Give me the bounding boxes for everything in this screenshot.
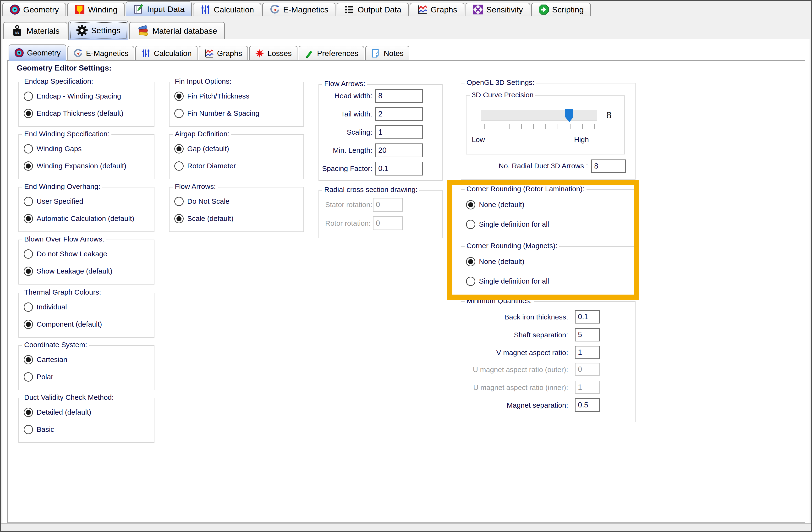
tab-materials[interactable]: Materials bbox=[3, 22, 67, 39]
min-length-input[interactable] bbox=[375, 143, 423, 157]
rotor-rotation-input[interactable] bbox=[373, 216, 403, 230]
radio-option[interactable]: Fin Pitch/Thickness bbox=[174, 91, 249, 101]
tab-winding[interactable]: Winding bbox=[67, 3, 125, 16]
field-v-magnet-aspect-ratio: V magnet aspect ratio: bbox=[461, 346, 635, 360]
radio-circle[interactable] bbox=[24, 144, 33, 154]
radio-circle[interactable] bbox=[174, 214, 184, 223]
radio-option[interactable]: Scale (default) bbox=[174, 213, 233, 224]
radio-option[interactable]: Individual bbox=[24, 302, 67, 312]
tab-settings-graphs[interactable]: Graphs bbox=[199, 46, 248, 60]
field-tail-width: Tail width: bbox=[319, 107, 442, 121]
radio-circle[interactable] bbox=[24, 425, 33, 434]
tab-label: Geometry bbox=[27, 48, 60, 57]
tail-width-input[interactable] bbox=[375, 107, 423, 121]
radio-circle[interactable] bbox=[174, 109, 184, 118]
radio-circle[interactable] bbox=[24, 408, 33, 417]
group-corner-rounding-magnets: Corner Rounding (Magnets): None (default… bbox=[461, 246, 634, 295]
tab-label: Losses bbox=[267, 49, 292, 58]
radio-option[interactable]: Winding Expansion (default) bbox=[24, 161, 126, 171]
radio-circle[interactable] bbox=[466, 277, 475, 286]
tab-geometry[interactable]: Geometry bbox=[2, 3, 66, 16]
tab-scripting[interactable]: Scripting bbox=[531, 3, 591, 16]
radio-circle[interactable] bbox=[24, 302, 33, 312]
radio-option[interactable]: Winding Gaps bbox=[24, 143, 82, 154]
radio-circle[interactable] bbox=[174, 161, 184, 171]
radio-option[interactable]: Show Leakage (default) bbox=[24, 266, 112, 276]
radial-duct-arrows-input[interactable] bbox=[591, 159, 626, 173]
radio-option[interactable]: Cartesian bbox=[24, 354, 67, 365]
group-caption: Minimum Quantities: bbox=[465, 297, 534, 305]
tab-settings-calculation[interactable]: Calculation bbox=[135, 46, 197, 60]
radio-option[interactable]: None (default) bbox=[466, 199, 524, 210]
output-data-table-icon bbox=[344, 4, 354, 15]
group-flow-arrows-fields: Flow Arrows: Head width: Tail width: Sca… bbox=[318, 84, 443, 181]
radio-circle[interactable] bbox=[24, 109, 33, 118]
scaling-input[interactable] bbox=[375, 125, 423, 139]
tab-e-magnetics[interactable]: E-Magnetics bbox=[262, 3, 335, 16]
radio-circle[interactable] bbox=[24, 161, 33, 171]
u-magnet-aspect-ratio-outer-input[interactable] bbox=[575, 363, 600, 376]
radio-circle[interactable] bbox=[24, 91, 33, 101]
radio-option[interactable]: Basic bbox=[24, 424, 54, 435]
tab-settings-losses[interactable]: Losses bbox=[249, 46, 298, 60]
radio-option[interactable]: Rotor Diameter bbox=[174, 161, 236, 171]
radio-circle[interactable] bbox=[24, 267, 33, 276]
radio-circle[interactable] bbox=[466, 220, 475, 229]
group-duct-validity-check-method: Duct Validity Check Method: Detailed (de… bbox=[18, 398, 155, 443]
back-iron-thickness-input[interactable] bbox=[575, 310, 600, 323]
shaft-separation-input[interactable] bbox=[575, 328, 600, 342]
tab-output-data[interactable]: Output Data bbox=[337, 3, 408, 16]
radio-option[interactable]: Automatic Calculation (default) bbox=[24, 213, 134, 224]
head-width-input[interactable] bbox=[375, 89, 423, 103]
radio-circle[interactable] bbox=[174, 197, 184, 206]
radio-option[interactable]: Gap (default) bbox=[174, 143, 229, 154]
tab-settings-geometry[interactable]: Geometry bbox=[9, 44, 66, 61]
radio-circle[interactable] bbox=[24, 372, 33, 382]
v-magnet-aspect-ratio-input[interactable] bbox=[575, 346, 600, 359]
tab-label: Winding bbox=[88, 5, 117, 14]
tab-label: E-Magnetics bbox=[86, 49, 128, 58]
radio-option[interactable]: Endcap - Winding Spacing bbox=[24, 91, 121, 101]
tab-settings-notes[interactable]: Notes bbox=[365, 46, 410, 60]
radio-option[interactable]: Do not Show Leakage bbox=[24, 249, 107, 259]
magnet-separation-input[interactable] bbox=[575, 398, 600, 412]
radio-circle[interactable] bbox=[24, 355, 33, 364]
stator-rotation-input[interactable] bbox=[373, 198, 403, 212]
tab-input-data[interactable]: Input Data bbox=[126, 1, 192, 16]
radio-circle[interactable] bbox=[174, 144, 184, 154]
tab-material-database[interactable]: Material database bbox=[129, 22, 225, 39]
radio-option[interactable]: Detailed (default) bbox=[24, 407, 91, 417]
u-magnet-aspect-ratio-inner-input[interactable] bbox=[575, 380, 600, 394]
tab-graphs[interactable]: Graphs bbox=[410, 3, 465, 16]
tab-settings-e-magnetics[interactable]: E-Magnetics bbox=[68, 46, 134, 60]
tab-settings-preferences[interactable]: Preferences bbox=[299, 46, 364, 60]
secondary-tab-bar: Materials Settings Material database bbox=[3, 20, 225, 39]
group-corner-rounding-rotor-lamination: Corner Rounding (Rotor Lamination): None… bbox=[461, 189, 634, 238]
radio-option[interactable]: Fin Number & Spacing bbox=[174, 108, 259, 119]
radio-option[interactable]: Polar bbox=[24, 372, 53, 382]
radio-circle[interactable] bbox=[466, 200, 475, 210]
radio-circle[interactable] bbox=[24, 214, 33, 223]
curve-precision-slider-track[interactable] bbox=[481, 110, 597, 121]
tab-label: Scripting bbox=[552, 5, 584, 14]
tab-calculation[interactable]: Calculation bbox=[193, 3, 261, 16]
radio-option[interactable]: Single definition for all bbox=[466, 219, 549, 230]
radio-circle[interactable] bbox=[24, 249, 33, 259]
radio-circle[interactable] bbox=[466, 257, 475, 267]
radio-option[interactable]: Do Not Scale bbox=[174, 196, 230, 206]
radio-option[interactable]: User Specified bbox=[24, 196, 83, 206]
radio-option[interactable]: None (default) bbox=[466, 256, 524, 267]
radio-option[interactable]: Endcap Thickness (default) bbox=[24, 108, 124, 119]
group-caption: Corner Rounding (Rotor Lamination): bbox=[465, 185, 586, 193]
radio-circle[interactable] bbox=[24, 197, 33, 206]
tab-label: Calculation bbox=[214, 5, 254, 14]
tab-settings[interactable]: Settings bbox=[68, 20, 128, 40]
tab-sensitivity[interactable]: Sensitivity bbox=[466, 3, 530, 16]
spacing-factor-input[interactable] bbox=[375, 162, 423, 175]
field-scaling: Scaling: bbox=[319, 125, 442, 140]
radio-option[interactable]: Single definition for all bbox=[466, 276, 549, 286]
radio-circle[interactable] bbox=[24, 320, 33, 329]
radio-circle[interactable] bbox=[174, 91, 184, 101]
radio-option[interactable]: Component (default) bbox=[24, 319, 102, 330]
page-title: Geometry Editor Settings: bbox=[17, 63, 112, 72]
